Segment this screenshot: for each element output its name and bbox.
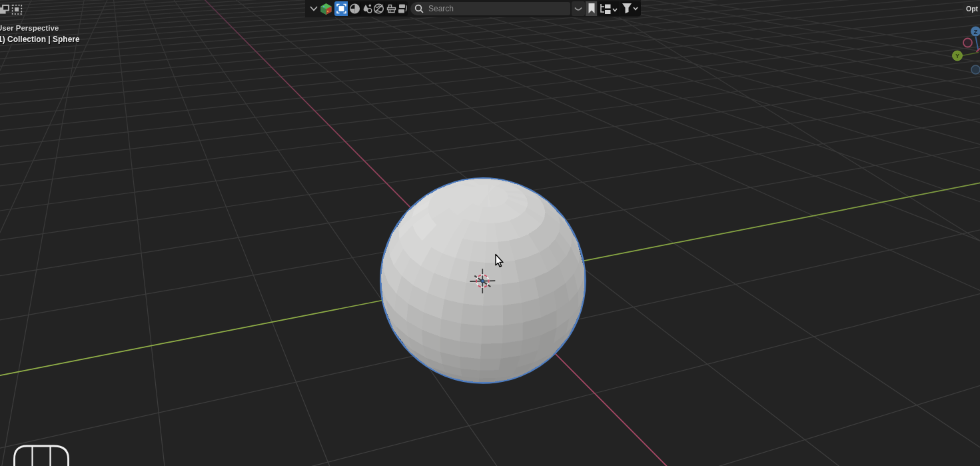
svg-text:Y: Y bbox=[955, 53, 959, 59]
svg-text:Z: Z bbox=[974, 28, 978, 35]
